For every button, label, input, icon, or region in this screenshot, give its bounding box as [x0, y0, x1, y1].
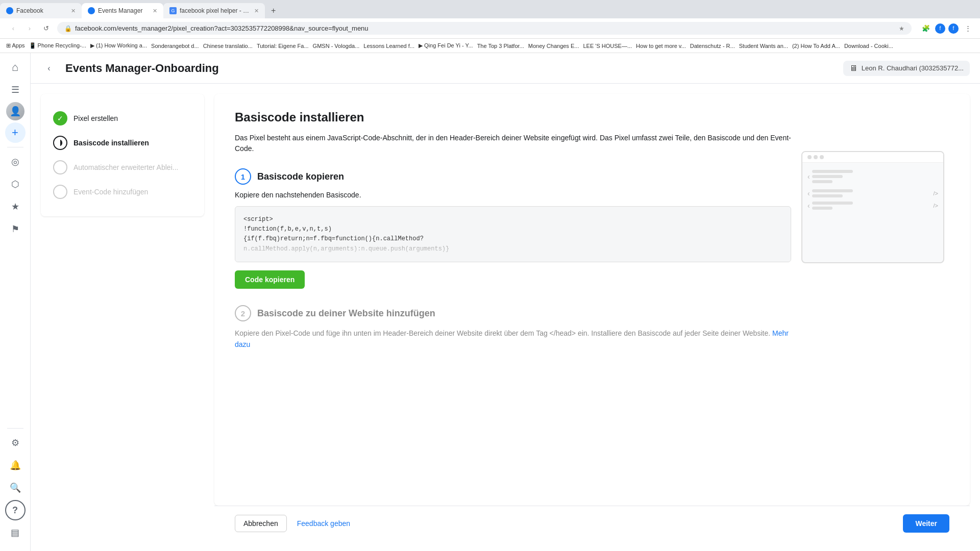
cancel-button[interactable]: Abbrechen [235, 515, 287, 532]
back-browser-button[interactable]: ‹ [6, 21, 20, 36]
bookmark-16[interactable]: Download - Cooki... [844, 43, 893, 49]
nav-buttons: ‹ › ↺ [6, 21, 53, 36]
step-1-label: Pixel erstellen [74, 114, 118, 122]
bookmark-8[interactable]: ▶ Qing Fei De Yi - Y... [419, 42, 473, 49]
preview-title-bar [802, 152, 943, 163]
feedback-button[interactable]: Feedback geben [297, 519, 350, 528]
tab-pixel-helper[interactable]: G facebook pixel helper - Goo... ✕ [163, 3, 265, 18]
tab-events-manager-close[interactable]: ✕ [153, 8, 157, 14]
preview-line-4 [812, 189, 853, 192]
tab-facebook[interactable]: Facebook ✕ [0, 3, 82, 18]
preview-line-7 [812, 207, 832, 210]
copy-code-button[interactable]: Code kopieren [235, 270, 305, 289]
page-title: Events Manager-Onboarding [65, 62, 835, 75]
account-name: Leon R. Chaudhari (3032535772... [862, 64, 964, 72]
weiter-button[interactable]: Weiter [903, 514, 949, 533]
preview-line-6 [812, 202, 853, 205]
avatar-icon[interactable]: 👤 [6, 102, 24, 120]
step-item-4[interactable]: Event-Code hinzufügen [53, 180, 192, 204]
sidebar-bottom: ⚙ 🔔 🔍 ? ▤ [5, 426, 26, 547]
extensions-button[interactable]: 🧩 [920, 22, 932, 35]
code-line-2: <script> [243, 215, 782, 224]
help-icon[interactable]: ? [5, 500, 26, 520]
bookmark-6[interactable]: GMSN - Vologda... [313, 43, 360, 49]
bookmark-12[interactable]: How to get more v... [636, 43, 686, 49]
bookmark-5[interactable]: Tutorial: Eigene Fa... [257, 43, 309, 49]
bookmark-3[interactable]: Sonderangebot d... [151, 43, 199, 49]
star-icon[interactable]: ★ [5, 196, 26, 217]
graph-icon[interactable]: ⬡ [5, 174, 26, 194]
preview-back-arrow-2: ‹ [807, 189, 810, 197]
globe-icon[interactable]: ◎ [5, 152, 26, 172]
step-sub-desc-1: Kopiere den nachstehenden Basiscode. [235, 191, 791, 199]
bookmark-10[interactable]: Money Changes E... [528, 43, 579, 49]
tab-events-manager-label: Events Manager [98, 7, 142, 14]
step-2-label: Basiscode installieren [74, 139, 149, 147]
step-header-2: 2 Basiscode zu deiner Website hinzufügen [235, 305, 791, 321]
step-header-1: 1 Basiscode kopieren [235, 168, 791, 185]
browser-preview: ‹ [801, 151, 944, 263]
code-line-3: !function(f,b,e,v,n,t,s) [243, 224, 782, 234]
step-circle-2: 2 [235, 305, 251, 321]
bookmark-apps[interactable]: ⊞ Apps [6, 42, 25, 49]
preview-back-arrow: ‹ [807, 172, 810, 181]
more-menu-button[interactable]: ⋮ [962, 22, 974, 35]
bookmark-7[interactable]: Lessons Learned f... [363, 43, 414, 49]
step-circle-1: 1 [235, 168, 251, 185]
step-icon-completed: ✓ [53, 111, 67, 126]
app-wrapper: ⌂ ☰ 👤 + ◎ ⬡ ★ ⚑ ⚙ 🔔 🔍 ? ▤ [0, 53, 980, 551]
back-button[interactable]: ‹ [41, 60, 57, 77]
tab-events-manager[interactable]: Events Manager ✕ [82, 3, 163, 18]
address-box[interactable]: 🔒 facebook.com/events_manager2/pixel_cre… [57, 22, 912, 35]
search-icon[interactable]: 🔍 [5, 478, 26, 498]
settings-icon[interactable]: ⚙ [5, 433, 26, 453]
bell-icon[interactable]: 🔔 [5, 455, 26, 475]
step-3-label: Automatischer erweiterter Ablei... [74, 163, 178, 171]
refresh-browser-button[interactable]: ↺ [39, 21, 53, 36]
page-header: ‹ Events Manager-Onboarding 🖥 Leon R. Ch… [31, 53, 980, 84]
data-sources-icon[interactable]: ▤ [5, 522, 26, 543]
step-4-label: Event-Code hinzufügen [74, 188, 148, 196]
step-item-2[interactable]: Basiscode installieren [53, 131, 192, 155]
add-page-icon[interactable]: + [5, 122, 26, 143]
preview-row-2: ‹ /> [807, 189, 938, 197]
preview-panel: ‹ [801, 151, 949, 367]
sidebar-divider-2 [7, 428, 23, 429]
new-tab-button[interactable]: + [265, 3, 283, 18]
tab-facebook-close[interactable]: ✕ [71, 8, 76, 14]
bottom-bar: Abbrechen Feedback geben Weiter [214, 506, 970, 541]
step-icon-inactive-4 [53, 185, 67, 199]
step-item-3[interactable]: Automatischer erweiterter Ablei... [53, 155, 192, 180]
flag-icon[interactable]: ⚑ [5, 219, 26, 239]
bookmark-11[interactable]: LEE 'S HOUSE—... [583, 43, 632, 49]
bookmark-9[interactable]: The Top 3 Platfor... [477, 43, 524, 49]
home-icon[interactable]: ⌂ [5, 57, 26, 78]
preview-dot-1 [807, 155, 812, 159]
preview-line-3 [812, 180, 832, 183]
sidebar: ⌂ ☰ 👤 + ◎ ⬡ ★ ⚑ ⚙ 🔔 🔍 ? ▤ [0, 53, 31, 551]
content-left: Basiscode installieren Das Pixel besteht… [235, 110, 791, 367]
bookmark-1[interactable]: 📱 Phone Recycling-... [29, 42, 86, 49]
bookmark-4[interactable]: Chinese translatio... [203, 43, 253, 49]
fb-action-2[interactable]: f [948, 23, 959, 34]
step-item-1[interactable]: ✓ Pixel erstellen [53, 106, 192, 131]
forward-browser-button[interactable]: › [22, 21, 37, 36]
main-layout: ‹ Events Manager-Onboarding 🖥 Leon R. Ch… [31, 53, 980, 551]
bookmark-15[interactable]: (2) How To Add A... [792, 43, 840, 49]
bookmark-2[interactable]: ▶ (1) How Working a... [90, 42, 147, 49]
preview-code-tag-1: /> [934, 190, 938, 196]
preview-content: ‹ [802, 163, 943, 217]
bookmark-13[interactable]: Datenschutz - R... [690, 43, 735, 49]
preview-nav: ‹ [807, 170, 938, 183]
code-box: <script> !function(f,b,e,v,n,t,s) {if(f.… [235, 206, 791, 262]
preview-row-3: ‹ /> [807, 202, 938, 210]
code-line-5: n.callMethod.apply(n,arguments):n.queue.… [243, 244, 782, 254]
tab-pixel-helper-close[interactable]: ✕ [254, 8, 259, 14]
fb-action-1[interactable]: f [935, 23, 945, 34]
bookmark-14[interactable]: Student Wants an... [739, 43, 788, 49]
preview-dot-3 [820, 155, 824, 159]
preview-line-5 [812, 194, 843, 197]
preview-main: ‹ [807, 170, 938, 210]
menu-icon[interactable]: ☰ [5, 80, 26, 100]
step-section-title-2: Basiscode zu deiner Website hinzufügen [257, 308, 435, 319]
